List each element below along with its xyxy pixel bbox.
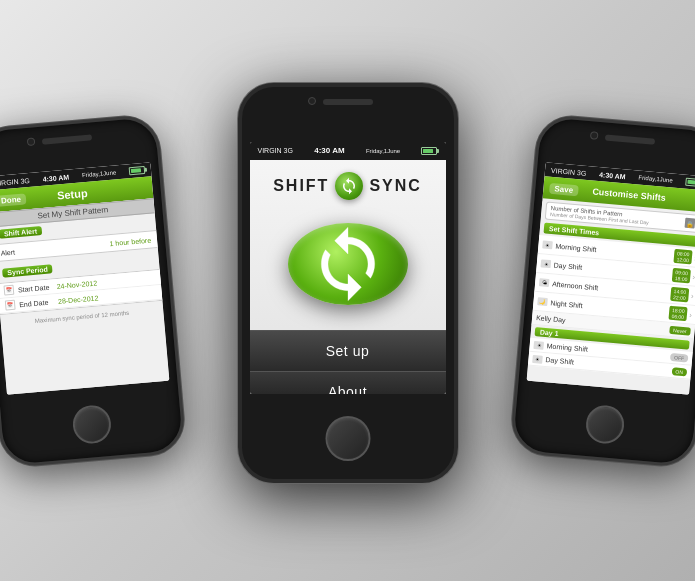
night-shift-name: Night Shift (550, 298, 583, 308)
left-carrier: VIRGIN 3G (0, 176, 30, 186)
start-date-label: Start Date (17, 282, 52, 292)
start-date-cal-icon: 📅 (3, 284, 14, 295)
end-date-cal-icon: 📅 (4, 299, 15, 310)
morning-shift-name: Morning Shift (555, 242, 597, 253)
center-time: 4:30 AM (314, 146, 344, 155)
left-done-button[interactable]: Done (0, 192, 26, 206)
left-battery-icon (128, 165, 145, 174)
center-home-button[interactable] (325, 416, 370, 461)
phone-left: VIRGIN 3G 4:30 AM Friday,1June Done Setu… (0, 113, 186, 468)
end-date-label: End Date (18, 297, 53, 307)
right-battery-icon (685, 177, 695, 186)
day1-morning-icon: ☀ (533, 340, 544, 349)
shift-alert-time: 1 hour before (109, 236, 151, 247)
center-phone-screen: VIRGIN 3G 4:30 AM Friday,1June SHIFT SYN… (250, 142, 446, 394)
day-shift-time: 09:0018:00 (671, 267, 691, 283)
left-phone-camera (26, 137, 35, 146)
center-content: SHIFT SYNC Set (250, 160, 446, 394)
left-phone-screen: VIRGIN 3G 4:30 AM Friday,1June Done Setu… (0, 162, 169, 394)
shift-alert-label: Shift Alert (0, 226, 42, 239)
right-phone-camera (589, 131, 598, 140)
center-date: Friday,1June (366, 148, 400, 154)
app-title-sync: SYNC (369, 177, 421, 195)
night-shift-chevron: › (688, 309, 691, 318)
right-nav-title: Customise Shifts (591, 186, 665, 202)
left-content: Set My Shift Pattern Shift Alert Alert 1… (0, 198, 169, 395)
phone-center: VIRGIN 3G 4:30 AM Friday,1June SHIFT SYN… (238, 83, 458, 483)
shift-sync-header: SHIFT SYNC (263, 160, 432, 208)
day1-day-name: Day Shift (545, 356, 574, 365)
left-home-button[interactable] (70, 403, 111, 444)
morning-shift-icon: ☀ (542, 240, 553, 249)
afternoon-shift-name: Afternoon Shift (551, 279, 598, 290)
lock-icon: 🔒 (684, 217, 695, 228)
center-phone-speaker (323, 99, 373, 105)
start-date-value: 24-Nov-2012 (56, 278, 97, 289)
shifts-list: ☀ Morning Shift 08:0012:00 › ☀ Day Shift (532, 235, 695, 325)
right-phone-speaker (604, 134, 654, 144)
day1-day-icon: ☀ (532, 354, 543, 363)
center-status-bar: VIRGIN 3G 4:30 AM Friday,1June (250, 142, 446, 160)
day-shift-name: Day Shift (553, 260, 582, 269)
day1-morning-name: Morning Shift (546, 342, 588, 353)
afternoon-shift-icon: 🌤 (538, 278, 549, 287)
large-logo-circle (288, 223, 408, 305)
right-save-button[interactable]: Save (549, 182, 579, 195)
right-phone-screen: VIRGIN 3G 4:30 AM Friday,1June Save Cust… (526, 162, 695, 394)
phone-right: VIRGIN 3G 4:30 AM Friday,1June Save Cust… (509, 113, 695, 468)
night-shift-icon: 🌙 (537, 297, 548, 306)
setup-button[interactable]: Set up (250, 330, 446, 371)
afternoon-shift-time: 14:0022:00 (669, 286, 689, 302)
phones-container: VIRGIN 3G 4:30 AM Friday,1June Done Setu… (8, 11, 688, 571)
kelly-day-value: Never (668, 325, 690, 335)
left-nav-title: Setup (56, 186, 87, 201)
right-carrier: VIRGIN 3G (550, 166, 586, 176)
left-time: 4:30 AM (42, 173, 69, 182)
right-home-button[interactable] (583, 403, 624, 444)
end-date-value: 28-Dec-2012 (57, 293, 98, 304)
center-carrier: VIRGIN 3G (258, 147, 293, 154)
right-date: Friday,1June (638, 174, 673, 183)
night-shift-time: 18:0006:00 (668, 305, 688, 321)
large-sync-arrows-icon (308, 224, 388, 304)
right-content: Number of Shifts in Pattern Number of Da… (526, 201, 695, 395)
shift-alert-value: Alert (0, 248, 15, 256)
center-battery-icon (421, 147, 437, 155)
afternoon-shift-chevron: › (690, 291, 693, 300)
day1-day-toggle[interactable]: ON (671, 366, 687, 375)
day1-morning-toggle[interactable]: OFF (669, 352, 688, 362)
small-sync-arrows-icon (340, 177, 358, 195)
right-time: 4:30 AM (598, 170, 625, 179)
kelly-day-label: Kelly Day (535, 314, 565, 324)
left-phone-speaker (41, 134, 91, 144)
morning-shift-time: 08:0012:00 (673, 248, 693, 264)
small-logo-circle (335, 172, 363, 200)
center-buttons-group: Set up About (250, 330, 446, 394)
app-title-shift: SHIFT (273, 177, 329, 195)
center-phone-camera (308, 97, 316, 105)
day-shift-icon: ☀ (540, 259, 551, 268)
about-button[interactable]: About (250, 371, 446, 394)
left-date: Friday,1June (81, 169, 116, 178)
sync-period-label: Sync Period (2, 264, 53, 277)
